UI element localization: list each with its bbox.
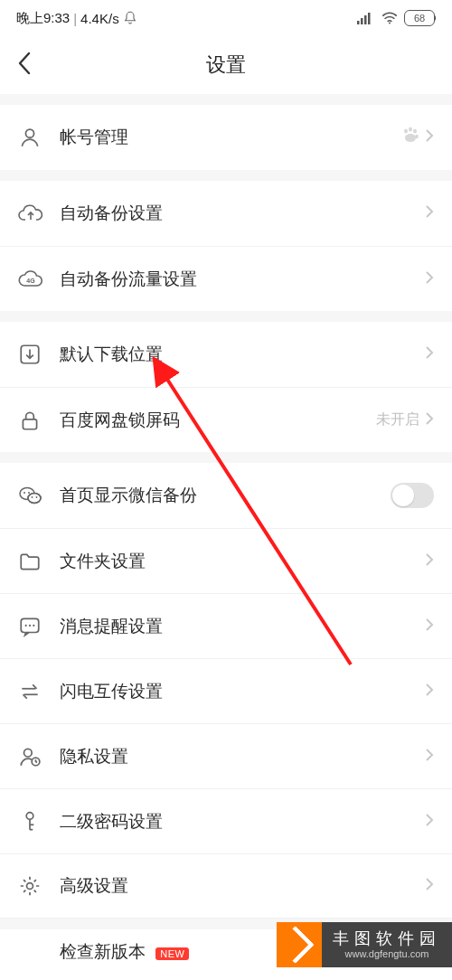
- svg-point-4: [389, 23, 391, 24]
- row-privacy-settings[interactable]: 隐私设置: [0, 723, 452, 788]
- row-label: 自动备份流量设置: [60, 268, 425, 291]
- row-auto-backup[interactable]: 自动备份设置: [0, 181, 452, 246]
- svg-rect-2: [364, 15, 367, 24]
- row-default-download[interactable]: 默认下载位置: [0, 322, 452, 387]
- status-separator: |: [73, 11, 77, 26]
- cloud-upload-icon: [18, 202, 60, 225]
- row-label: 自动备份设置: [60, 202, 425, 225]
- chevron-right-icon: [425, 683, 434, 701]
- row-label: 闪电互传设置: [60, 680, 425, 703]
- row-second-password[interactable]: 二级密码设置: [0, 788, 452, 853]
- svg-rect-3: [368, 13, 371, 24]
- row-folder-settings[interactable]: 文件夹设置: [0, 528, 452, 593]
- svg-point-23: [33, 624, 34, 626]
- site-watermark: 丰图软件园 www.dgfengtu.com: [277, 922, 452, 967]
- row-label: 隐私设置: [60, 745, 425, 768]
- svg-point-27: [27, 883, 33, 890]
- chevron-right-icon: [425, 552, 434, 570]
- row-notification-settings[interactable]: 消息提醒设置: [0, 593, 452, 658]
- chevron-right-icon: [425, 204, 434, 222]
- row-lock-screen-code[interactable]: 百度网盘锁屏码 未开启: [0, 387, 452, 452]
- status-time: 晚上9:33: [16, 10, 70, 27]
- svg-point-22: [29, 624, 31, 626]
- svg-point-7: [409, 127, 412, 131]
- privacy-icon: [18, 745, 60, 768]
- svg-point-19: [36, 496, 38, 498]
- chevron-right-icon: [425, 270, 434, 288]
- svg-point-21: [25, 624, 27, 626]
- page-header: 设置: [0, 36, 452, 94]
- dnd-icon: [123, 11, 137, 25]
- lock-icon: [18, 409, 60, 432]
- download-icon: [18, 343, 60, 366]
- chevron-right-icon: [425, 617, 434, 636]
- row-note: 未开启: [376, 410, 419, 429]
- swap-icon: [18, 680, 60, 703]
- svg-point-24: [24, 749, 33, 757]
- chevron-right-icon: [425, 128, 434, 146]
- chevron-right-icon: [425, 813, 434, 831]
- svg-point-16: [24, 492, 25, 494]
- row-label: 百度网盘锁屏码: [60, 409, 376, 432]
- battery-icon: 68: [404, 10, 436, 26]
- row-backup-data[interactable]: 4G 自动备份流量设置: [0, 246, 452, 311]
- row-label: 文件夹设置: [60, 550, 425, 573]
- svg-rect-0: [357, 21, 360, 24]
- row-label: 帐号管理: [60, 126, 400, 149]
- svg-point-5: [25, 129, 33, 137]
- folder-icon: [18, 550, 60, 573]
- svg-point-6: [404, 128, 408, 133]
- cloud-4g-icon: 4G: [18, 268, 60, 291]
- baidu-paw-icon: [400, 125, 421, 150]
- gear-icon: [18, 874, 60, 898]
- chevron-right-icon: [425, 411, 434, 429]
- message-icon: [18, 615, 60, 638]
- row-label: 高级设置: [60, 874, 425, 898]
- svg-point-26: [26, 812, 33, 819]
- svg-point-8: [413, 128, 417, 133]
- row-label: 默认下载位置: [60, 343, 425, 366]
- signal-icon: [357, 12, 375, 24]
- row-advanced-settings[interactable]: 高级设置: [0, 853, 452, 919]
- row-account[interactable]: 帐号管理: [0, 105, 452, 170]
- row-label: 消息提醒设置: [60, 615, 425, 638]
- watermark-logo-icon: [277, 922, 322, 967]
- watermark-name: 丰图软件园: [333, 929, 441, 949]
- svg-rect-1: [361, 18, 363, 24]
- svg-text:4G: 4G: [26, 278, 35, 284]
- wifi-icon: [381, 12, 399, 24]
- status-net-speed: 4.4K/s: [80, 11, 119, 26]
- chevron-right-icon: [425, 748, 434, 766]
- key-icon: [18, 810, 60, 834]
- toggle-switch[interactable]: [391, 483, 434, 508]
- row-label: 首页显示微信备份: [60, 484, 391, 507]
- row-flash-transfer[interactable]: 闪电互传设置: [0, 658, 452, 723]
- svg-point-17: [28, 492, 30, 494]
- row-label: 二级密码设置: [60, 810, 425, 834]
- page-title: 设置: [206, 52, 246, 79]
- person-icon: [18, 126, 60, 149]
- row-wechat-backup[interactable]: 首页显示微信备份: [0, 463, 452, 528]
- svg-rect-12: [23, 419, 36, 429]
- back-button[interactable]: [7, 42, 42, 89]
- status-bar: 晚上9:33 | 4.4K/s 68: [0, 0, 452, 36]
- chevron-right-icon: [425, 345, 434, 363]
- chevron-right-icon: [425, 877, 434, 895]
- svg-point-18: [32, 496, 33, 498]
- new-badge: NEW: [155, 947, 189, 960]
- wechat-icon: [18, 484, 60, 507]
- watermark-url: www.dgfengtu.com: [345, 948, 429, 960]
